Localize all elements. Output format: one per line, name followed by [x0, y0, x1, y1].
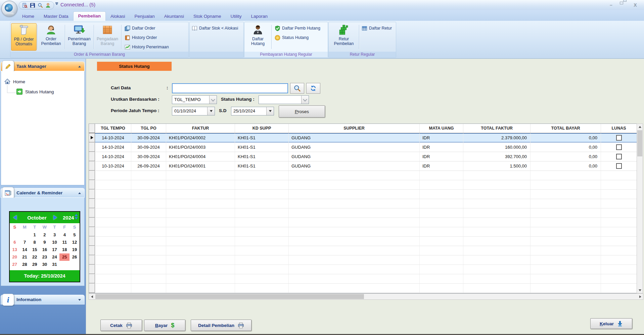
year-spinner[interactable] [75, 214, 78, 220]
menu-tab-penjualan[interactable]: Penjualan [130, 12, 159, 21]
menu-tab-pembelian[interactable]: Pembelian [73, 11, 106, 21]
lunas-checkbox[interactable] [616, 163, 622, 169]
column-header-tgl-po[interactable]: TGL PO [131, 124, 166, 133]
column-header-tgl-tempo[interactable]: TGL TEMPO [95, 124, 131, 133]
spinner-down-icon[interactable] [75, 217, 78, 220]
menu-tab-utility[interactable]: Utility [226, 12, 246, 21]
horizontal-scroll-thumb[interactable] [95, 294, 364, 299]
keluar-button[interactable]: Keluar [590, 318, 632, 329]
calendar-day[interactable]: 3 [50, 231, 60, 239]
table-row[interactable]: 14-10-202430-09-2024KH01/PO/I24/0004KH01… [89, 152, 637, 161]
menu-tab-akuntansi[interactable]: Akuntansi [159, 12, 189, 21]
calendar-day[interactable]: 13 [10, 246, 20, 253]
calendar-day[interactable]: 30 [40, 261, 50, 268]
horizontal-scrollbar[interactable] [89, 293, 643, 300]
calendar-day[interactable]: 29 [30, 261, 40, 268]
calendar-day[interactable]: 8 [30, 239, 40, 246]
table-cell[interactable]: 30-09-2024 [131, 152, 166, 161]
table-cell[interactable]: 0,00 [531, 161, 601, 171]
lunas-checkbox[interactable] [616, 144, 622, 150]
refresh-button[interactable] [306, 83, 320, 94]
toolbar-dropdown-chevron-icon[interactable] [55, 3, 58, 5]
calendar-day[interactable]: 16 [40, 246, 50, 253]
scroll-right-button[interactable] [637, 294, 643, 299]
row-selector[interactable] [89, 133, 95, 142]
tree-item-status-hutang[interactable]: Status Hutang [16, 89, 54, 95]
minimize-button[interactable]: – [606, 2, 616, 8]
table-cell[interactable]: 1.500,00 [463, 161, 531, 171]
calendar-day[interactable]: 31 [50, 261, 60, 268]
ribbon-button-pb-order-otomatis[interactable]: PB / Order Otomatis [11, 23, 37, 51]
table-row[interactable]: 14-10-202430-09-2024KH01/PO/I24/0002KH01… [89, 133, 637, 143]
scroll-left-button[interactable] [89, 294, 95, 299]
tree-item-home[interactable]: Home [4, 79, 25, 85]
ribbon-button-daftar-pemb-hutang[interactable]: Daftar Pemb Hutang [275, 25, 320, 32]
table-cell[interactable]: KH01-S1 [235, 152, 289, 161]
calendar-day[interactable]: 7 [20, 239, 30, 246]
table-cell[interactable]: 392.700,00 [463, 152, 531, 161]
calendar-day[interactable]: 15 [30, 246, 40, 253]
table-cell[interactable]: IDR [420, 133, 463, 142]
table-cell[interactable]: GUDANG [289, 133, 420, 142]
periode-to-picker[interactable]: 25/10/2024 [231, 107, 274, 115]
column-header-faktur[interactable]: FAKTUR [166, 124, 235, 133]
table-cell[interactable]: GUDANG [289, 161, 420, 171]
table-cell[interactable]: 14-10-2024 [95, 152, 131, 161]
cari-data-input[interactable] [172, 83, 288, 93]
table-row[interactable]: 14-10-202430-09-2024KH01/PO/I24/0003KH01… [89, 143, 637, 152]
table-cell[interactable]: 160.000,00 [463, 143, 531, 152]
menu-tab-stok-opname[interactable]: Stok Opname [189, 12, 226, 21]
calendar-day[interactable]: 23 [40, 253, 50, 261]
combo-dropdown-button[interactable] [301, 96, 309, 104]
table-cell[interactable]: KH01/PO/I24/0001 [166, 161, 235, 171]
information-panel-header[interactable]: i Information [1, 295, 85, 304]
table-cell[interactable]: 2.379.000,00 [463, 133, 531, 142]
column-header-supplier[interactable]: SUPPLIER [289, 124, 420, 133]
ribbon-button-penerimaan-barang[interactable]: Penerimaan Barang [66, 23, 93, 51]
page-tab-status-hutang[interactable]: Status Hutang [97, 61, 172, 71]
lunas-checkbox[interactable] [616, 154, 622, 159]
spinner-up-icon[interactable] [75, 214, 78, 216]
table-cell[interactable]: IDR [420, 161, 463, 171]
ribbon-button-daftar-hutang[interactable]: Daftar Hutang [246, 23, 270, 51]
cetak-button[interactable]: Cetak [100, 320, 142, 331]
table-cell[interactable]: 0,00 [531, 143, 601, 152]
save-icon[interactable] [30, 3, 35, 8]
table-cell[interactable]: KH01-S1 [235, 143, 289, 152]
app-logo-icon[interactable] [1, 1, 17, 17]
calendar-day[interactable]: 6 [10, 239, 20, 246]
periode-from-picker[interactable]: 01/10/2024 [172, 107, 215, 115]
task-manager-header[interactable]: Task Manager [1, 61, 85, 71]
table-cell[interactable]: IDR [420, 143, 463, 152]
scroll-up-button[interactable] [637, 124, 643, 130]
calendar-day[interactable]: 19 [70, 246, 80, 253]
search-button[interactable] [290, 83, 304, 94]
column-header-lunas[interactable]: LUNAS [601, 124, 637, 133]
table-cell[interactable]: KH01/PO/I24/0003 [166, 143, 235, 152]
date-dropdown-button[interactable] [207, 107, 215, 115]
menu-tab-alokasi[interactable]: Alokasi [106, 12, 130, 21]
calendar-day[interactable]: 5 [70, 231, 80, 239]
scroll-down-button[interactable] [637, 287, 643, 293]
table-cell[interactable]: 30-09-2024 [131, 143, 166, 152]
calendar-day[interactable]: 28 [20, 261, 30, 268]
column-header-total-bayar[interactable]: TOTAL BAYAR [531, 124, 601, 133]
next-month-arrow-icon[interactable] [53, 215, 57, 220]
collapse-up-icon[interactable] [78, 66, 81, 67]
ribbon-button-daftar-order[interactable]: Daftar Order [125, 25, 155, 32]
table-cell[interactable]: KH01/PO/I24/0002 [166, 133, 235, 142]
calendar-day[interactable]: 1 [30, 231, 40, 239]
menu-tab-laporan[interactable]: Laporan [246, 12, 273, 21]
close-button[interactable]: X [631, 2, 640, 8]
menu-tab-home[interactable]: Home [17, 12, 39, 21]
table-cell[interactable]: IDR [420, 152, 463, 161]
table-cell[interactable]: 0,00 [531, 152, 601, 161]
calendar-day[interactable]: 24 [50, 253, 60, 261]
ribbon-button-daftar-stok-alokasi[interactable]: Daftar Stok < Alokasi [192, 25, 238, 32]
calendar-day[interactable]: 18 [59, 246, 70, 253]
proses-button[interactable]: Proses [279, 105, 325, 117]
calendar-day[interactable]: 21 [20, 253, 30, 261]
row-selector[interactable] [89, 152, 95, 161]
combo-dropdown-button[interactable] [209, 96, 217, 104]
table-cell[interactable]: KH01-S1 [235, 161, 289, 171]
